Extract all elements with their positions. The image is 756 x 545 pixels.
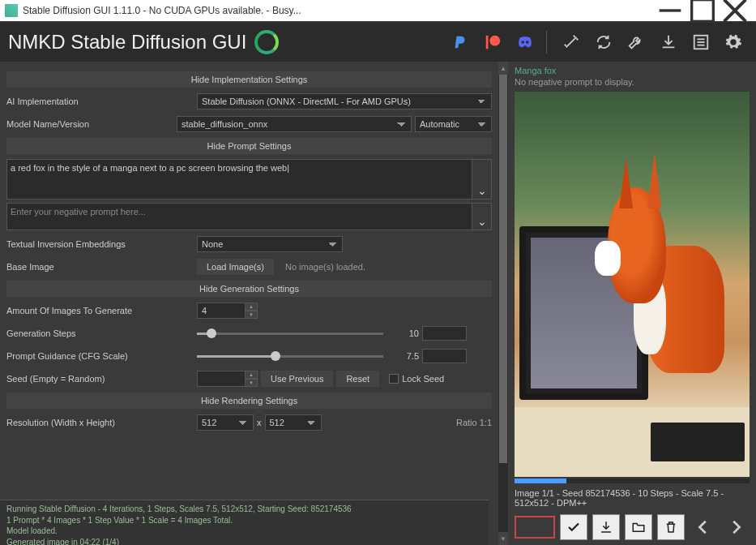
ai-impl-label: AI Implementation [6, 97, 197, 106]
settings-panel: Hide Implementation Settings AI Implemen… [0, 62, 498, 545]
seed-up[interactable]: ▲ [245, 371, 258, 379]
neg-scroll[interactable] [472, 204, 491, 213]
log-line: Generated image in 04:22 (1/4) [6, 537, 482, 546]
lock-seed-checkbox[interactable] [389, 374, 399, 384]
steps-slider[interactable] [197, 325, 383, 341]
use-previous-button[interactable]: Use Previous [261, 371, 333, 387]
svg-rect-1 [692, 0, 714, 21]
wrench-icon[interactable] [621, 28, 651, 57]
save-button[interactable] [592, 514, 620, 540]
neg-prompt-wrap: ⌄ [6, 203, 492, 230]
magic-wand-icon[interactable] [557, 28, 586, 57]
neg-expand-icon[interactable]: ⌄ [472, 213, 491, 230]
amount-up[interactable]: ▲ [245, 303, 258, 311]
amount-down[interactable]: ▼ [245, 311, 258, 319]
textual-inv-select[interactable]: None [197, 236, 343, 252]
res-width-select[interactable]: 512 [197, 414, 254, 431]
prompt-textarea[interactable]: a red fox in the style of a manga next t… [7, 160, 472, 199]
base-image-label: Base Image [6, 262, 197, 272]
load-images-button[interactable]: Load Image(s) [197, 259, 274, 275]
cfg-label: Prompt Guidance (CFG Scale) [6, 351, 197, 361]
log-panel: Running Stable Diffusion - 4 Iterations,… [0, 500, 489, 545]
amount-label: Amount Of Images To Generate [6, 306, 197, 315]
neg-prompt-textarea[interactable] [7, 204, 472, 230]
seed-input[interactable] [197, 371, 246, 387]
lock-seed-label: Lock Seed [402, 374, 444, 384]
resolution-label: Resolution (Width x Height) [6, 418, 197, 427]
gen-section-toggle[interactable]: Hide Generation Settings [6, 281, 492, 297]
window-title: Stable Diffusion GUI 1.11.0 - No CUDA GP… [23, 5, 654, 16]
left-scrollbar[interactable]: ▲ ▼ [498, 62, 508, 545]
paypal-icon[interactable] [446, 28, 475, 57]
log-line: 1 Prompt * 4 Images * 1 Step Value * 1 S… [6, 515, 482, 526]
ratio-label: Ratio 1:1 [456, 418, 492, 427]
app-title: NMKD Stable Diffusion GUI [8, 31, 246, 54]
steps-box[interactable] [422, 326, 467, 341]
download-icon[interactable] [654, 28, 683, 57]
folder-button[interactable] [625, 514, 652, 540]
model-select[interactable]: stable_diffusion_onnx [177, 116, 412, 132]
scroll-down-icon[interactable]: ▼ [498, 532, 508, 545]
image-info: Image 1/1 - Seed 852174536 - 10 Steps - … [508, 487, 756, 509]
preview-image[interactable] [515, 92, 750, 477]
list-icon[interactable] [686, 28, 715, 57]
textual-inv-label: Textual Inversion Embeddings [6, 239, 197, 249]
log-line: Model loaded. [6, 526, 482, 537]
window-titlebar: Stable Diffusion GUI 1.11.0 - No CUDA GP… [0, 0, 756, 21]
preview-title: Manga fox [515, 65, 750, 76]
minimize-button[interactable] [654, 0, 686, 21]
prompt-scroll[interactable] [472, 160, 491, 182]
prompt-section-toggle[interactable]: Hide Prompt Settings [6, 138, 492, 154]
logo-icon [254, 30, 279, 54]
prompt-input-wrap: a red fox in the style of a manga next t… [6, 159, 492, 200]
model-label: Model Name/Version [6, 119, 177, 129]
discord-icon[interactable] [510, 28, 540, 57]
steps-value: 10 [387, 328, 419, 338]
ai-impl-select[interactable]: Stable Diffusion (ONNX - DirectML - For … [197, 93, 492, 109]
scroll-up-icon[interactable]: ▲ [498, 62, 508, 75]
log-line: Running Stable Diffusion - 4 Iterations,… [6, 504, 482, 515]
status-indicator [515, 516, 555, 539]
res-x-label: x [257, 418, 262, 427]
seed-label: Seed (Empty = Random) [6, 374, 197, 384]
reset-button[interactable]: Reset [336, 371, 379, 387]
refresh-icon[interactable] [589, 28, 618, 57]
svg-rect-2 [486, 35, 489, 49]
no-images-text: No image(s) loaded. [285, 262, 365, 272]
cfg-slider[interactable] [197, 348, 383, 364]
steps-label: Generation Steps [6, 328, 197, 338]
app-header: NMKD Stable Diffusion GUI [0, 21, 756, 62]
delete-button[interactable] [657, 514, 685, 540]
progress-bar [515, 478, 750, 483]
cfg-value: 7.5 [387, 351, 419, 361]
close-button[interactable] [719, 0, 751, 21]
model-auto-select[interactable]: Automatic [415, 116, 492, 132]
app-icon [5, 4, 18, 17]
svg-point-3 [489, 35, 500, 45]
maximize-button[interactable] [686, 0, 719, 21]
patreon-icon[interactable] [478, 28, 507, 57]
cfg-box[interactable] [422, 349, 467, 363]
seed-down[interactable]: ▼ [245, 379, 258, 387]
preview-negative: No negative prompt to display. [515, 76, 750, 88]
prompt-expand-icon[interactable]: ⌄ [472, 182, 491, 199]
preview-panel: Manga fox No negative prompt to display.… [508, 62, 756, 545]
divider [546, 31, 547, 54]
confirm-button[interactable] [560, 514, 587, 540]
render-section-toggle[interactable]: Hide Rendering Settings [6, 393, 492, 409]
settings-icon[interactable] [719, 28, 748, 57]
impl-section-toggle[interactable]: Hide Implementation Settings [6, 71, 492, 88]
res-height-select[interactable]: 512 [265, 414, 322, 431]
amount-input[interactable] [197, 303, 246, 319]
prev-button[interactable] [690, 514, 717, 540]
next-button[interactable] [722, 514, 750, 540]
